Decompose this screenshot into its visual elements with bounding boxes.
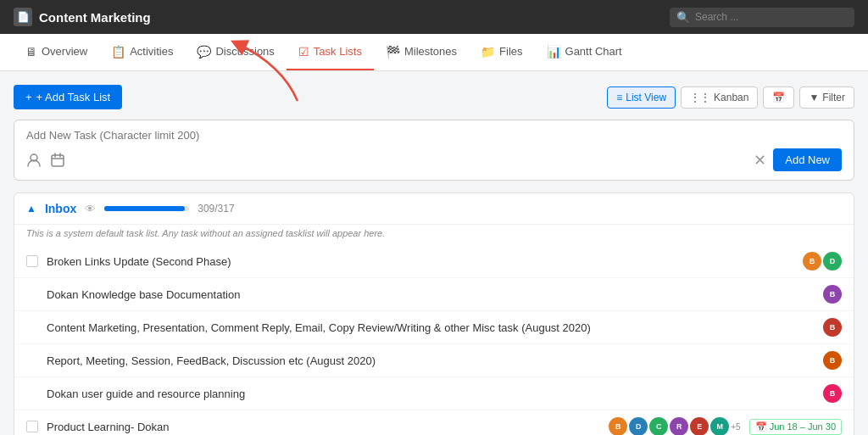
task-avatars: B: [823, 318, 842, 337]
task-input-area: ✕ Add New: [14, 120, 854, 181]
tab-task-lists[interactable]: ☑ Task Lists: [287, 34, 374, 70]
list-icon: ≡: [616, 92, 622, 103]
assignee-icon-button[interactable]: [26, 153, 42, 168]
date-icon-button[interactable]: [50, 153, 65, 168]
task-checkbox[interactable]: [26, 255, 38, 267]
avatar: E: [690, 417, 709, 435]
nav-tabs: 🖥 Overview 📋 Activities 💬 Discussions ☑ …: [0, 34, 868, 71]
svg-rect-2: [52, 155, 64, 166]
tab-overview[interactable]: 🖥 Overview: [14, 34, 99, 70]
filter-icon: ▼: [809, 92, 819, 103]
tasklist-header: ▲ Inbox 👁 309/317: [14, 193, 854, 225]
tab-gantt-chart[interactable]: 📊 Gantt Chart: [535, 34, 634, 70]
task-text: Dokan user guide and resource planning: [47, 388, 815, 400]
task-avatars: BD: [803, 252, 842, 270]
app-title: 📄 Content Marketing: [14, 8, 151, 26]
task-text: Broken Links Update (Second Phase): [47, 255, 794, 268]
task-text-input[interactable]: [26, 129, 842, 142]
clear-input-button[interactable]: ✕: [754, 153, 766, 168]
view-controls: ≡ List View ⋮⋮ Kanban 📅 ▼ Filter: [607, 86, 854, 109]
search-input[interactable]: [695, 11, 848, 23]
add-tasklist-button[interactable]: + + Add Task List: [14, 85, 122, 109]
task-row: Dokan Knowledge base DocumentationB: [14, 278, 854, 311]
search-icon: 🔍: [676, 11, 690, 24]
avatar: B: [823, 351, 842, 370]
expand-icon[interactable]: ▲: [26, 203, 36, 215]
calendar-icon: 📅: [772, 92, 785, 103]
task-row: Report, Meeting, Session, FeedBack, Disc…: [14, 344, 854, 377]
task-count: 309/317: [198, 203, 234, 215]
progress-bar-container: [104, 206, 189, 211]
tab-discussions[interactable]: 💬 Discussions: [185, 34, 286, 70]
calendar-small-icon: [50, 153, 65, 168]
avatar: B: [823, 384, 842, 403]
tab-milestones[interactable]: 🏁 Milestones: [374, 34, 469, 70]
avatar: B: [823, 318, 842, 337]
date-badge: 📅 Jun 18 – Jun 30: [749, 419, 842, 435]
task-row: Broken Links Update (Second Phase)BD: [14, 245, 854, 278]
person-icon: [26, 153, 42, 168]
avatar: R: [670, 417, 688, 435]
task-text: Content Marketing, Presentation, Comment…: [47, 321, 815, 334]
visibility-icon[interactable]: 👁: [85, 203, 96, 215]
avatar: D: [629, 417, 648, 435]
task-checkbox[interactable]: [26, 421, 38, 432]
topbar: 📄 Content Marketing 🔍: [0, 0, 868, 34]
task-avatars: B: [823, 384, 842, 403]
tab-files[interactable]: 📁 Files: [469, 34, 534, 70]
task-row: Content Marketing, Presentation, Comment…: [14, 311, 854, 344]
avatar: M: [710, 417, 729, 435]
doc-icon: 📄: [14, 8, 32, 26]
avatar: C: [649, 417, 668, 435]
task-text: Dokan Knowledge base Documentation: [47, 288, 815, 301]
search-box[interactable]: 🔍: [670, 8, 854, 27]
task-avatars: B: [823, 351, 842, 370]
filter-button[interactable]: ▼ Filter: [799, 86, 854, 109]
avatar: D: [823, 252, 842, 270]
tasklist-description: This is a system default task list. Any …: [14, 225, 854, 245]
inbox-tasklist: ▲ Inbox 👁 309/317 This is a system defau…: [14, 192, 854, 435]
avatar: B: [823, 285, 842, 304]
main-content: + + Add Task List ≡ List View ⋮⋮ Kanban …: [0, 71, 868, 435]
task-avatars: BDCREM+5: [609, 417, 740, 435]
calendar-button[interactable]: 📅: [763, 86, 794, 109]
task-row: Product Learning- DokanBDCREM+5📅 Jun 18 …: [14, 410, 854, 435]
avatar: B: [803, 252, 821, 270]
avatar: B: [609, 417, 627, 435]
task-row: Dokan user guide and resource planningB: [14, 377, 854, 410]
task-text: Product Learning- Dokan: [47, 421, 600, 433]
task-avatars: B: [823, 285, 842, 304]
plus-icon: +: [25, 91, 32, 103]
list-view-button[interactable]: ≡ List View: [607, 86, 676, 109]
task-list-items: Broken Links Update (Second Phase)BDDoka…: [14, 245, 854, 435]
progress-bar-fill: [104, 206, 185, 211]
task-text: Report, Meeting, Session, FeedBack, Disc…: [47, 354, 815, 367]
tasklist-name: Inbox: [45, 202, 76, 215]
kanban-button[interactable]: ⋮⋮ Kanban: [681, 86, 758, 109]
avatar-overflow: +5: [731, 422, 740, 432]
kanban-icon: ⋮⋮: [690, 92, 710, 103]
add-new-button[interactable]: Add New: [773, 148, 842, 171]
toolbar: + + Add Task List ≡ List View ⋮⋮ Kanban …: [14, 85, 854, 109]
tab-activities[interactable]: 📋 Activities: [99, 34, 185, 70]
